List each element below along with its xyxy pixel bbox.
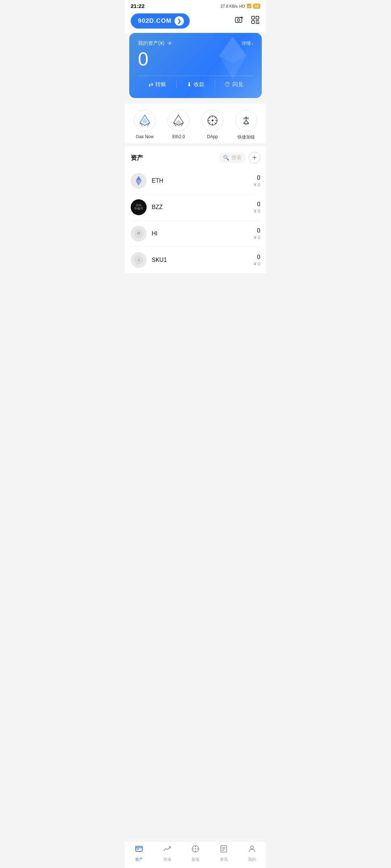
svg-text:S: S <box>138 259 139 262</box>
asset-label: 我的资产(¥) 👁 <box>138 40 172 47</box>
asset-list: ETH 0 ¥ 0 BZZ 0 ¥ 0 <box>131 168 260 273</box>
assets-section: 资产 🔍 搜索 + ETH 0 ¥ 0 <box>125 146 266 273</box>
svg-line-26 <box>215 123 216 124</box>
quick-item-dapp[interactable]: DApp <box>202 110 223 140</box>
hi-fiat: ¥ 0 <box>254 235 260 240</box>
hi-name: HI <box>152 230 254 237</box>
quick-item-eth2[interactable]: Eth2.0 <box>168 110 189 140</box>
eth-values: 0 ¥ 0 <box>254 175 260 187</box>
quick-item-add-chain[interactable]: EVM 快捷加链 <box>235 110 257 140</box>
swap-icon: ⏱ <box>224 81 230 88</box>
sku1-name: SKU1 <box>152 257 254 263</box>
bzz-values: 0 ¥ 0 <box>254 201 260 214</box>
svg-point-1 <box>237 18 240 21</box>
receive-icon: ⬇ <box>187 81 192 88</box>
dapp-label: DApp <box>207 134 218 139</box>
asset-row-hi[interactable]: H HI 0 ¥ 0 <box>131 221 260 247</box>
search-placeholder: 搜索 <box>231 154 241 161</box>
eth2-circle <box>168 110 189 131</box>
sku1-amount: 0 <box>254 254 260 260</box>
search-icon: 🔍 <box>223 155 229 161</box>
brand-arrow-icon: ❯ <box>175 16 184 26</box>
svg-line-27 <box>215 117 216 118</box>
gas-now-label: Gas Now <box>136 134 154 139</box>
sku1-icon: S <box>131 252 147 268</box>
bzz-amount: 0 <box>254 201 260 208</box>
sku1-fiat: ¥ 0 <box>254 261 260 267</box>
gas-now-circle <box>134 110 156 131</box>
svg-point-20 <box>211 119 213 121</box>
svg-point-40 <box>137 207 140 210</box>
asset-card: 我的资产(¥) 👁 详情 › 0 ⇄ 转账 ⬇ 收款 ⏱ 闪兑 <box>129 33 262 98</box>
status-icons: 27.8 KB/s HD 📶 18 <box>220 4 260 9</box>
eth-watermark <box>211 37 255 81</box>
add-wallet-icon[interactable] <box>234 15 244 27</box>
scan-icon[interactable] <box>250 15 260 27</box>
add-chain-label: 快捷加链 <box>237 134 255 140</box>
dapp-circle <box>202 110 223 131</box>
action-row: ⇄ 转账 ⬇ 收款 ⏱ 闪兑 <box>138 76 253 93</box>
quick-icons: Gas Now Eth2.0 <box>125 104 266 143</box>
eth-amount: 0 <box>254 175 260 181</box>
hi-icon: H <box>131 226 147 242</box>
swap-button[interactable]: ⏱ 闪兑 <box>215 76 253 93</box>
search-bar: 🔍 搜索 + <box>219 152 260 163</box>
status-bar: 21:22 27.8 KB/s HD 📶 18 <box>125 0 266 10</box>
header-icons <box>234 15 260 27</box>
eth2-label: Eth2.0 <box>172 134 185 139</box>
svg-line-25 <box>209 117 210 118</box>
brand-name: 902D.COM <box>138 17 172 25</box>
eye-icon[interactable]: 👁 <box>167 41 172 46</box>
hi-values: 0 ¥ 0 <box>254 227 260 240</box>
asset-row-bzz[interactable]: BZZ 0 ¥ 0 <box>131 194 260 221</box>
brand-pill[interactable]: 902D.COM ❯ <box>131 13 190 29</box>
assets-title: 资产 <box>131 154 143 162</box>
network-speed: 27.8 KB/s <box>220 4 238 8</box>
eth-icon <box>131 173 147 189</box>
svg-rect-0 <box>235 17 242 22</box>
svg-rect-6 <box>252 21 255 24</box>
svg-text:H: H <box>137 231 140 235</box>
sku1-values: 0 ¥ 0 <box>254 254 260 267</box>
hi-amount: 0 <box>254 227 260 234</box>
svg-line-28 <box>209 123 210 124</box>
svg-point-38 <box>139 204 142 207</box>
battery-level: 18 <box>253 4 260 9</box>
search-input-wrap[interactable]: 🔍 搜索 <box>219 152 246 163</box>
add-asset-button[interactable]: + <box>249 152 260 163</box>
add-chain-circle: EVM <box>235 110 257 131</box>
status-time: 21:22 <box>131 3 144 9</box>
receive-button[interactable]: ⬇ 收款 <box>176 76 215 93</box>
asset-row-eth[interactable]: ETH 0 ¥ 0 <box>131 168 260 194</box>
bzz-name: BZZ <box>152 204 254 210</box>
svg-point-39 <box>134 207 137 210</box>
svg-rect-4 <box>252 16 255 19</box>
svg-rect-5 <box>256 16 259 19</box>
hd-badge: HD <box>239 4 245 8</box>
bzz-icon <box>131 199 147 215</box>
bzz-fiat: ¥ 0 <box>254 208 260 214</box>
assets-header: 资产 🔍 搜索 + <box>131 146 260 168</box>
svg-point-41 <box>140 207 143 210</box>
transfer-button[interactable]: ⇄ 转账 <box>138 76 176 93</box>
transfer-icon: ⇄ <box>148 81 153 88</box>
asset-row-sku1[interactable]: S SKU1 0 ¥ 0 <box>131 247 260 273</box>
svg-point-37 <box>136 204 139 207</box>
eth-name: ETH <box>152 178 254 184</box>
signal-icon: 📶 <box>247 4 252 8</box>
eth-fiat: ¥ 0 <box>254 182 260 187</box>
quick-item-gas-now[interactable]: Gas Now <box>134 110 156 140</box>
svg-marker-31 <box>244 120 249 123</box>
header: 902D.COM ❯ <box>125 10 266 33</box>
